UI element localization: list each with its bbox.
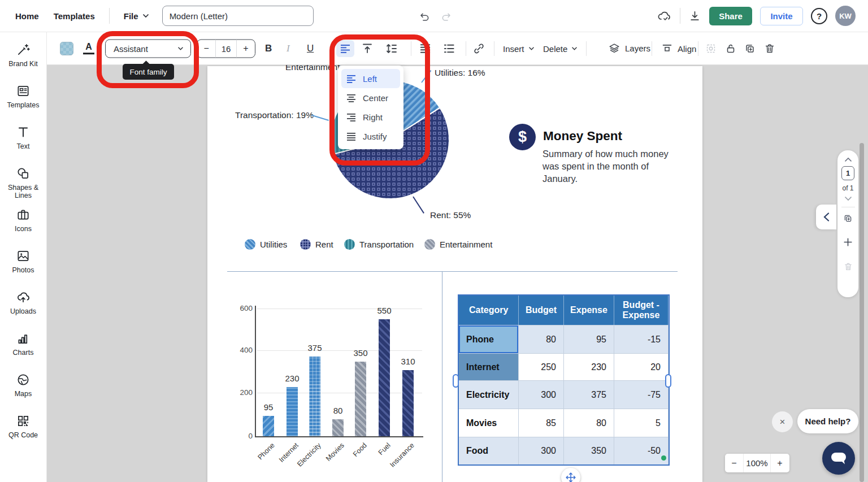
money-spent-title[interactable]: Money Spent — [543, 129, 622, 144]
table-cell-category[interactable]: Phone — [459, 325, 519, 353]
table-header-cell[interactable]: Category — [459, 296, 519, 325]
avatar[interactable]: KW — [835, 6, 856, 26]
bar-insurance[interactable] — [402, 370, 414, 436]
table-cell[interactable]: 80 — [519, 325, 564, 353]
delete-menu[interactable]: Delete — [543, 44, 578, 53]
table-cell[interactable]: 95 — [564, 325, 614, 353]
legend-item-entertainment[interactable]: Entertainment — [424, 239, 492, 250]
menu-item-align-left[interactable]: Left — [341, 69, 400, 88]
resize-handle-right[interactable] — [665, 374, 671, 388]
bar-fuel[interactable] — [379, 319, 390, 436]
vertical-align-button[interactable] — [361, 42, 374, 55]
table-cell[interactable]: 250 — [519, 353, 564, 380]
bar-food[interactable] — [355, 362, 366, 436]
table-cell[interactable]: 80 — [564, 409, 614, 437]
legend-item-rent[interactable]: Rent — [300, 239, 333, 250]
italic-button[interactable]: I — [287, 43, 290, 54]
delete-element-button[interactable] — [763, 42, 776, 55]
templates-link[interactable]: Templates — [54, 11, 95, 21]
table-cell[interactable]: 5 — [614, 409, 669, 437]
zoom-out-button[interactable]: − — [725, 454, 744, 472]
sidebar-item-templates[interactable]: Templates — [0, 80, 47, 121]
file-menu[interactable]: File — [124, 11, 138, 21]
help-button[interactable]: ? — [811, 8, 827, 24]
document-page[interactable]: Entertainment Utilities: 16% Transportat… — [207, 66, 702, 482]
move-handle[interactable] — [561, 468, 580, 482]
menu-item-align-right[interactable]: Right — [341, 107, 400, 127]
page-up-button[interactable] — [844, 157, 852, 162]
sidebar-item-icons[interactable]: Icons — [0, 204, 47, 245]
line-spacing-button[interactable] — [385, 42, 398, 55]
table-cell[interactable]: 300 — [519, 437, 564, 464]
bar-phone[interactable] — [263, 416, 274, 436]
design-canvas[interactable]: Entertainment Utilities: 16% Transportat… — [47, 65, 868, 482]
table-cell[interactable]: 350 — [564, 437, 614, 464]
menu-item-align-justify[interactable]: Justify — [341, 127, 400, 146]
lock-button[interactable] — [724, 42, 737, 55]
need-help-bubble[interactable]: Need help? — [797, 409, 858, 433]
font-size-decrease[interactable]: − — [197, 40, 215, 57]
home-link[interactable]: Home — [15, 11, 39, 21]
money-spent-body[interactable]: Summary of how much money was spent in t… — [542, 148, 678, 185]
zoom-in-button[interactable]: + — [770, 454, 789, 472]
page-number-box[interactable]: 1 — [841, 166, 854, 180]
doc-title-input[interactable] — [162, 6, 314, 26]
link-button[interactable] — [472, 42, 485, 55]
download-button[interactable] — [688, 10, 701, 23]
table-cell[interactable]: 230 — [564, 353, 614, 380]
table-header-cell[interactable]: Budget — [519, 296, 564, 325]
chat-button[interactable] — [822, 442, 855, 475]
table-cell[interactable]: -75 — [614, 380, 669, 409]
table-cell[interactable]: 300 — [519, 380, 564, 409]
scrollbar-thumb[interactable] — [860, 143, 864, 482]
sidebar-item-shapes-lines[interactable]: Shapes & Lines — [0, 163, 47, 204]
insert-menu[interactable]: Insert — [503, 44, 535, 53]
collapse-panel-button[interactable] — [816, 205, 836, 229]
table-cell-category[interactable]: Electricity — [459, 380, 519, 409]
align-objects-button[interactable]: Align — [661, 42, 696, 54]
redo-button[interactable] — [440, 11, 452, 23]
sidebar-item-brand-kit[interactable]: Brand Kit — [0, 39, 47, 80]
font-family-select[interactable]: Assistant — [105, 39, 191, 58]
table-header-cell[interactable]: Budget - Expense — [614, 296, 669, 325]
table-cell-category[interactable]: Internet — [459, 353, 519, 380]
sidebar-item-photos[interactable]: Photos — [0, 245, 47, 286]
cloud-sync-icon[interactable] — [657, 9, 672, 23]
underline-button[interactable]: U — [307, 43, 314, 54]
bar-internet[interactable] — [287, 387, 298, 436]
table-cell[interactable]: 375 — [564, 380, 614, 409]
table-cell[interactable]: -50 — [614, 437, 669, 464]
budget-table[interactable]: Category Budget Expense Budget - Expense… — [459, 296, 669, 464]
invite-button[interactable]: Invite — [760, 7, 803, 25]
sidebar-item-text[interactable]: Text — [0, 121, 47, 163]
table-cell[interactable]: -15 — [614, 325, 669, 353]
sidebar-item-qr-code[interactable]: QR Code — [0, 410, 47, 451]
bold-button[interactable]: B — [265, 43, 272, 54]
layers-button[interactable]: Layers — [608, 42, 650, 55]
menu-item-align-center[interactable]: Center — [341, 88, 400, 107]
resize-handle-left[interactable] — [453, 374, 459, 388]
font-size-increase[interactable]: + — [237, 40, 255, 57]
bar-electricity[interactable] — [309, 357, 320, 436]
legend-item-utilities[interactable]: Utilities — [245, 239, 287, 250]
text-align-button[interactable] — [336, 40, 354, 57]
add-page-button[interactable] — [843, 237, 853, 247]
duplicate-button[interactable] — [744, 42, 756, 55]
text-color-button[interactable]: A — [83, 42, 94, 55]
table-header-cell[interactable]: Expense — [564, 296, 614, 325]
undo-button[interactable] — [419, 11, 431, 23]
share-button[interactable]: Share — [709, 7, 752, 25]
dollar-icon[interactable]: $ — [509, 124, 536, 150]
table-cell[interactable]: 20 — [614, 353, 669, 380]
delete-page-button[interactable] — [843, 262, 853, 272]
duplicate-page-button[interactable] — [843, 213, 853, 224]
bar-movies[interactable] — [332, 419, 344, 436]
sidebar-item-maps[interactable]: Maps — [0, 369, 47, 410]
table-cell-category[interactable]: Food — [459, 437, 519, 464]
fill-color-swatch[interactable] — [60, 42, 73, 55]
sidebar-item-charts[interactable]: Charts — [0, 328, 47, 369]
bar-chart[interactable]: 95 230 375 80 350 550 310 — [257, 306, 422, 436]
legend-item-transportation[interactable]: Transportation — [344, 239, 414, 250]
sidebar-item-uploads[interactable]: Uploads — [0, 286, 47, 328]
list-button[interactable] — [419, 42, 432, 55]
